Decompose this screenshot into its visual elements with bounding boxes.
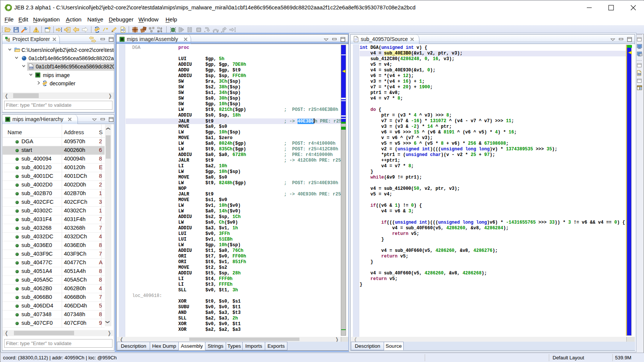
svg-text:010: 010 <box>638 73 641 75</box>
svg-text:010: 010 <box>30 67 33 69</box>
svg-text:/*: /* <box>103 27 109 33</box>
